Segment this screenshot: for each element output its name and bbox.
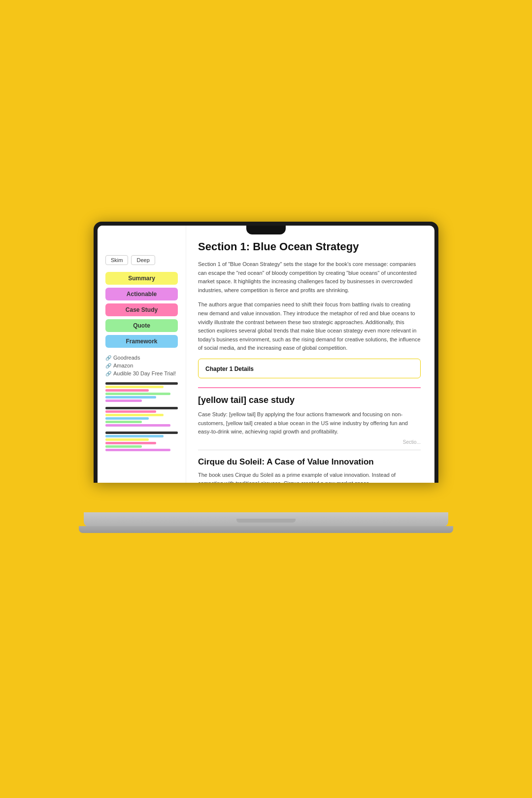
bar (105, 449, 170, 451)
bar (105, 407, 178, 409)
goodreads-link[interactable]: 🔗 Goodreads (105, 355, 178, 361)
laptop-base (84, 512, 448, 527)
link-icon-1: 🔗 (105, 355, 111, 361)
section-body-1: Section 1 of "Blue Ocean Strategy" sets … (198, 260, 421, 295)
deep-button[interactable]: Deep (131, 255, 155, 265)
laptop-base-bottom (79, 526, 453, 533)
case-study-body: Case Study: [yellow tail] By applying th… (198, 410, 421, 436)
main-content: Section 1: Blue Ocean Strategy Section 1… (186, 226, 434, 483)
bar (105, 442, 156, 444)
bar (105, 438, 149, 441)
bar (105, 424, 170, 427)
bar (105, 396, 156, 399)
amazon-link[interactable]: 🔗 Amazon (105, 363, 178, 368)
tag-framework-button[interactable]: Framework (105, 335, 178, 348)
bar (105, 382, 178, 385)
sidebar: Skim Deep Summary Actionable Case Study … (98, 226, 186, 483)
tag-casestudy-button[interactable]: Case Study (105, 303, 178, 316)
filter-row: Skim Deep (105, 255, 178, 265)
link-icon-3: 🔗 (105, 371, 111, 376)
cirque-title: Cirque du Soleil: A Case of Value Innova… (198, 457, 421, 467)
bar (105, 389, 149, 392)
cirque-body: The book uses Cirque du Soleil as a prim… (198, 471, 421, 483)
bar (105, 421, 142, 423)
bar (105, 393, 170, 395)
bar (105, 410, 156, 413)
screen: Skim Deep Summary Actionable Case Study … (98, 226, 434, 483)
section-label-small: Sectio... (198, 439, 421, 445)
sidebar-links: 🔗 Goodreads 🔗 Amazon 🔗 Audible 30 Day Fr… (105, 355, 178, 376)
bar-group-1 (105, 382, 178, 403)
bar (105, 414, 164, 416)
section-title: Section 1: Blue Ocean Strategy (198, 240, 421, 253)
section-body-2: The authors argue that companies need to… (198, 300, 421, 353)
case-study-title: [yellow tail] case study (198, 395, 421, 405)
chapter-details-box: Chapter 1 Details (198, 359, 421, 378)
bar (105, 386, 164, 388)
audible-link[interactable]: 🔗 Audible 30 Day Free Trial! (105, 370, 178, 376)
tag-summary-button[interactable]: Summary (105, 272, 178, 285)
laptop-wrapper: Skim Deep Summary Actionable Case Study … (84, 222, 448, 527)
bar (105, 417, 149, 420)
bar (105, 445, 142, 448)
laptop-hinge (236, 519, 296, 523)
tag-actionable-button[interactable]: Actionable (105, 288, 178, 300)
skim-button[interactable]: Skim (105, 255, 128, 265)
case-study-divider (198, 387, 421, 388)
chapter-details-label: Chapter 1 Details (205, 366, 254, 372)
bar-group-3 (105, 432, 178, 452)
tag-quote-button[interactable]: Quote (105, 319, 178, 332)
link-icon-2: 🔗 (105, 363, 111, 368)
camera-notch (246, 226, 286, 234)
bar (105, 432, 178, 434)
cirque-divider (198, 450, 421, 450)
bar (105, 435, 164, 437)
laptop-lid: Skim Deep Summary Actionable Case Study … (94, 222, 438, 483)
bar (105, 399, 142, 402)
bar-group-2 (105, 407, 178, 428)
